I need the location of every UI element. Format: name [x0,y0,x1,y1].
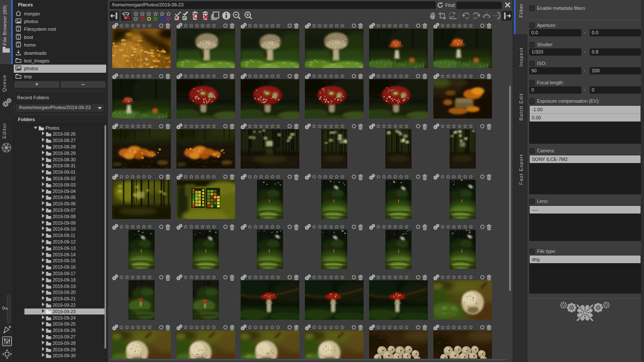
svg-text:90°: 90° [473,16,478,20]
svg-text:90°: 90° [465,16,470,20]
